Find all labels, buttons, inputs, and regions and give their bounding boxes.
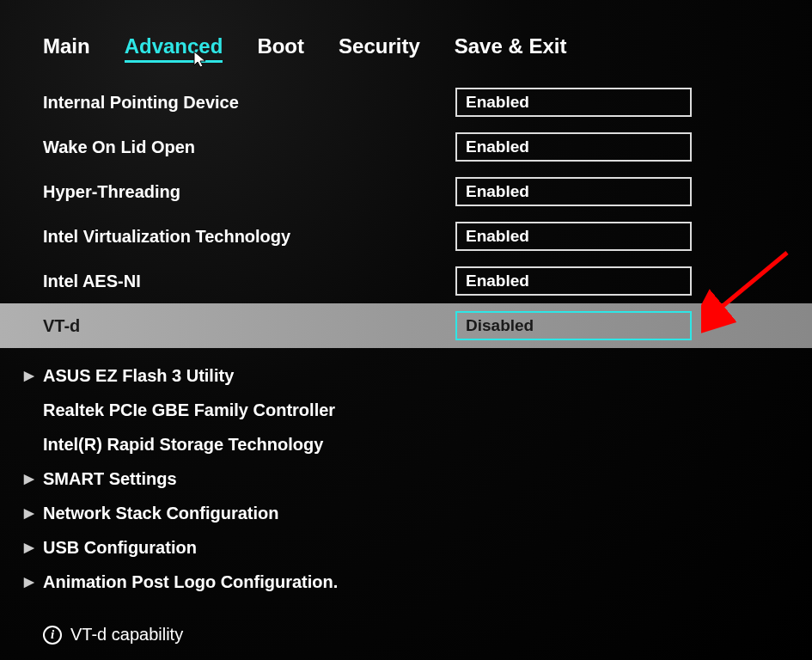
setting-label: Intel AES-NI: [43, 272, 455, 291]
setting-wake-on-lid-open[interactable]: Wake On Lid Open Enabled: [0, 125, 812, 169]
setting-value-select[interactable]: Disabled: [455, 311, 692, 340]
tab-save-exit[interactable]: Save & Exit: [455, 34, 567, 63]
setting-internal-pointing-device[interactable]: Internal Pointing Device Enabled: [0, 80, 812, 125]
settings-list: Internal Pointing Device Enabled Wake On…: [0, 80, 812, 599]
setting-label: VT-d: [43, 316, 455, 336]
setting-intel-aes-ni[interactable]: Intel AES-NI Enabled: [0, 259, 812, 303]
setting-label: Intel Virtualization Technology: [43, 227, 455, 247]
setting-value-select[interactable]: Enabled: [455, 88, 692, 117]
tab-boot[interactable]: Boot: [257, 34, 304, 63]
chevron-right-icon: ▶: [24, 574, 43, 590]
setting-vt-d[interactable]: VT-d Disabled: [0, 303, 812, 348]
chevron-right-icon: ▶: [24, 368, 43, 383]
tab-main[interactable]: Main: [43, 34, 90, 63]
tab-advanced[interactable]: Advanced: [125, 34, 223, 63]
setting-hyper-threading[interactable]: Hyper-Threading Enabled: [0, 169, 812, 214]
setting-value-select[interactable]: Enabled: [455, 132, 692, 162]
setting-intel-virtualization-technology[interactable]: Intel Virtualization Technology Enabled: [0, 214, 812, 259]
info-icon: i: [43, 626, 62, 645]
submenu-realtek-controller[interactable]: ▶ Realtek PCIe GBE Family Controller: [0, 393, 812, 427]
submenu-label: Animation Post Logo Configuration.: [43, 572, 338, 592]
submenu-smart-settings[interactable]: ▶ SMART Settings: [0, 461, 812, 496]
submenu-label: Network Stack Configuration: [43, 504, 278, 523]
tab-security[interactable]: Security: [339, 34, 420, 63]
submenu-intel-rapid-storage[interactable]: ▶ Intel(R) Rapid Storage Technology: [0, 427, 812, 461]
submenu-asus-ez-flash[interactable]: ▶ ASUS EZ Flash 3 Utility: [0, 358, 812, 393]
submenu-network-stack[interactable]: ▶ Network Stack Configuration: [0, 496, 812, 530]
submenu-label: Intel(R) Rapid Storage Technology: [43, 435, 323, 455]
tab-bar: Main Advanced Boot Security Save & Exit: [0, 0, 812, 80]
chevron-right-icon: ▶: [24, 471, 43, 486]
setting-value-select[interactable]: Enabled: [455, 266, 692, 296]
setting-value-select[interactable]: Enabled: [455, 222, 692, 251]
submenu-animation-post-logo[interactable]: ▶ Animation Post Logo Configuration.: [0, 565, 812, 599]
submenu-label: USB Configuration: [43, 538, 197, 558]
setting-label: Hyper-Threading: [43, 182, 455, 202]
submenu-label: ASUS EZ Flash 3 Utility: [43, 366, 234, 386]
help-text: VT-d capability: [70, 625, 183, 645]
setting-value-select[interactable]: Enabled: [455, 177, 692, 206]
submenu-label: SMART Settings: [43, 469, 177, 489]
chevron-right-icon: ▶: [24, 505, 43, 521]
setting-label: Internal Pointing Device: [43, 93, 455, 113]
chevron-right-icon: ▶: [24, 540, 43, 555]
help-bar: i VT-d capability: [0, 599, 812, 645]
submenu-usb-configuration[interactable]: ▶ USB Configuration: [0, 530, 812, 565]
setting-label: Wake On Lid Open: [43, 138, 455, 157]
submenu-label: Realtek PCIe GBE Family Controller: [43, 400, 335, 420]
